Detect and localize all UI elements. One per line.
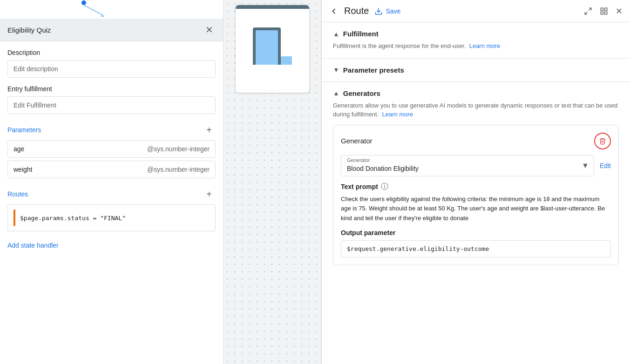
node-door-side [279,56,292,65]
grid-icon[interactable] [600,7,608,15]
route-row-0[interactable]: $page.params.status = "FINAL" [7,204,216,231]
text-prompt-row: Text prompt ⓘ [341,182,611,192]
generator-card-title: Generator [341,137,373,145]
generators-chevron-icon: ▲ [333,89,339,97]
svg-rect-6 [601,8,603,10]
close-button[interactable]: ✕ [203,23,216,36]
generator-dropdown-arrow-icon: ▼ [582,162,589,170]
generator-card-header: Generator [341,133,611,149]
parameters-label: Parameters [7,126,41,134]
flow-connector [0,0,223,19]
generators-learn-more[interactable]: Learn more [382,111,413,118]
right-header-left: Route Save [329,6,400,16]
right-panel: Route Save [322,0,630,364]
generators-description: Generators allow you to use generative A… [333,101,619,119]
entry-fulfillment-label: Entry fulfillment [7,85,216,93]
generator-field-row: Generator Blood Donation Eligibility ▼ E… [341,155,611,176]
right-body: ▲ Fulfillment Fulfillment is the agent r… [322,22,630,364]
parameter-presets-section: ▼ Parameter presets [322,59,630,82]
routes-section-row: Routes + [7,188,216,201]
svg-rect-9 [605,12,607,14]
generator-select-label: Generator [347,157,370,163]
generators-title: Generators [343,89,380,97]
fulfillment-desc-text: Fulfillment is the agent response for th… [333,42,466,49]
add-parameter-button[interactable]: + [203,123,216,136]
node-door-inner [256,30,278,65]
fulfillment-chevron-icon: ▲ [333,30,339,38]
node-door-frame [253,27,281,65]
description-label: Description [7,49,216,56]
fulfillment-title: Fulfillment [343,30,379,38]
svg-line-4 [589,8,591,10]
param-row-weight[interactable]: weight @sys.number-integer [7,161,216,178]
info-icon: ⓘ [381,182,388,192]
entry-fulfillment-field[interactable]: Edit Fulfillment [7,96,216,114]
fulfillment-learn-more[interactable]: Learn more [469,42,500,49]
generator-edit-link[interactable]: Edit [600,162,611,169]
svg-line-1 [84,5,102,15]
output-param-field[interactable]: $request.generative.eligibility-outcome [341,240,611,257]
panel-header: Eligibility Quiz ✕ [0,19,223,41]
param-row-age[interactable]: age @sys.number-integer [7,140,216,158]
node-door-area [236,9,309,65]
fulfillment-section: ▲ Fulfillment Fulfillment is the agent r… [322,22,630,59]
canvas-node [235,5,310,93]
generator-card: Generator Generator Blood Don [333,125,619,265]
svg-point-0 [81,0,86,5]
output-param-label: Output parameter [341,229,611,236]
right-header: Route Save [322,0,630,22]
text-prompt-content: Check the users eligibility against the … [341,195,611,223]
panel-content: Description Edit description Entry fulfi… [0,41,223,260]
node-stripes [236,65,309,89]
save-button[interactable]: Save [374,7,400,15]
route-code-0: $page.params.status = "FINAL" [20,215,126,222]
fulfillment-toggle[interactable]: ▲ Fulfillment [333,30,619,38]
save-label: Save [386,7,400,15]
description-field[interactable]: Edit description [7,60,216,78]
param-type-weight: @sys.number-integer [147,166,210,173]
add-route-button[interactable]: + [203,188,216,201]
generators-section: ▲ Generators Generators allow you to use… [322,82,630,273]
svg-rect-8 [601,12,603,14]
routes-label: Routes [7,190,28,198]
parameter-presets-chevron-icon: ▼ [333,66,339,74]
add-state-handler-button[interactable]: Add state handler [7,238,59,253]
right-header-icons: ✕ [584,6,623,16]
generator-select[interactable]: Generator Blood Donation Eligibility ▼ [341,155,594,176]
generators-toggle[interactable]: ▲ Generators [333,89,619,97]
parameter-presets-title: Parameter presets [343,66,404,74]
routes-list: $page.params.status = "FINAL" [7,204,216,231]
expand-icon[interactable] [584,7,592,15]
param-name-age: age [14,145,24,153]
route-indicator [14,209,15,226]
close-right-icon[interactable]: ✕ [616,6,623,16]
back-button[interactable] [329,7,339,16]
parameters-list: age @sys.number-integer weight @sys.numb… [7,140,216,178]
route-title: Route [344,6,369,16]
generators-desc-text: Generators allow you to use generative A… [333,102,617,118]
svg-rect-7 [605,8,607,10]
panel-title: Eligibility Quiz [7,26,51,34]
middle-canvas [224,0,321,364]
text-prompt-label: Text prompt [341,183,378,190]
delete-generator-button[interactable] [594,133,611,149]
left-panel: Eligibility Quiz ✕ Description Edit desc… [0,0,224,364]
parameter-presets-toggle[interactable]: ▼ Parameter presets [333,66,619,74]
parameters-section-row: Parameters + [7,123,216,136]
param-name-weight: weight [14,166,32,173]
generator-select-value: Blood Donation Eligibility [347,165,577,172]
param-type-age: @sys.number-integer [147,145,210,153]
fulfillment-description: Fulfillment is the agent response for th… [333,41,619,51]
svg-line-5 [585,12,587,14]
node-top-bar [236,5,309,9]
